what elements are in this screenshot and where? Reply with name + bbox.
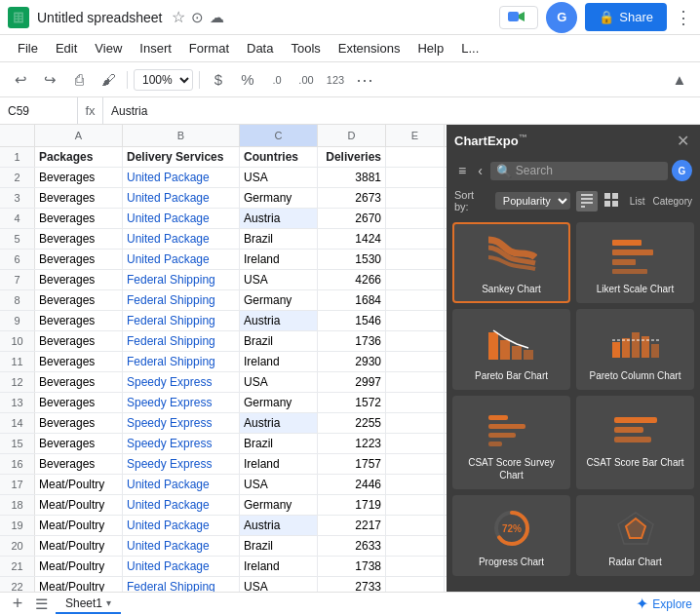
cell-country[interactable]: Ireland (240, 250, 318, 269)
list-view-button[interactable] (576, 191, 598, 211)
table-row[interactable]: 19 Meat/Poultry United Package Austria 2… (0, 516, 447, 536)
cell-delivery[interactable]: Speedy Express (123, 372, 240, 392)
cell-delivery[interactable]: United Package (123, 516, 240, 535)
user-avatar[interactable]: G (546, 2, 577, 33)
cell-delivery[interactable]: United Package (123, 209, 240, 228)
cell-country[interactable]: Brazil (240, 536, 318, 556)
panel-close-button[interactable]: ✕ (673, 131, 692, 150)
cell-country[interactable]: Austria (240, 516, 318, 535)
cell-packages[interactable]: Beverages (35, 413, 123, 433)
table-row[interactable]: 8 Beverages Federal Shipping Germany 168… (0, 290, 447, 311)
print-button[interactable]: ⎙ (66, 67, 92, 93)
cell-delivery[interactable]: United Package (123, 168, 240, 187)
undo-button[interactable]: ↩ (8, 67, 33, 93)
collapse-button[interactable]: ▲ (667, 67, 692, 93)
cell-delivery[interactable]: Federal Shipping (123, 331, 240, 351)
chart-item-sankey[interactable]: Sankey Chart (452, 222, 570, 303)
table-row[interactable]: 9 Beverages Federal Shipping Austria 154… (0, 311, 447, 331)
col-header-c[interactable]: C (240, 125, 318, 146)
chart-item-pareto-col[interactable]: Pareto Column Chart (576, 309, 694, 390)
cell-deliveries[interactable]: 1719 (318, 495, 386, 515)
table-row[interactable]: 1 Packages Delivery Services Countries D… (0, 147, 447, 168)
cell-delivery[interactable]: United Package (123, 188, 240, 208)
cell-delivery[interactable]: United Package (123, 557, 240, 576)
cell-deliveries[interactable]: 1738 (318, 557, 386, 576)
chart-item-likert[interactable]: Likert Scale Chart (576, 222, 694, 303)
cell-deliveries[interactable]: 2673 (318, 188, 386, 208)
menu-extensions[interactable]: Extensions (331, 38, 408, 58)
cell-country[interactable]: USA (240, 270, 318, 289)
cell-deliveries[interactable]: 2733 (318, 577, 386, 592)
sheets-list-button[interactable]: ☰ (35, 596, 48, 613)
cell-delivery[interactable]: United Package (123, 536, 240, 556)
cell-deliveries[interactable]: 2670 (318, 209, 386, 228)
category-view-button[interactable] (601, 191, 622, 211)
col-header-b[interactable]: B (123, 125, 240, 146)
cell-packages[interactable]: Beverages (35, 270, 123, 289)
menu-insert[interactable]: Insert (132, 38, 179, 58)
cell-delivery[interactable]: Federal Shipping (123, 352, 240, 371)
dec-incr-button[interactable]: .00 (293, 67, 319, 93)
cell-delivery[interactable]: Federal Shipping (123, 270, 240, 289)
panel-collapse-icon[interactable]: ‹ (474, 161, 486, 180)
menu-format[interactable]: Format (181, 38, 237, 58)
menu-more[interactable]: L... (453, 38, 486, 58)
sort-select[interactable]: Popularity Name Recent (495, 192, 570, 210)
cell-delivery[interactable]: United Package (123, 475, 240, 494)
cell-packages[interactable]: Beverages (35, 352, 123, 371)
cell-deliveries[interactable]: 1757 (318, 454, 386, 474)
table-row[interactable]: 7 Beverages Federal Shipping USA 4266 (0, 270, 447, 290)
cell-country[interactable]: Austria (240, 311, 318, 330)
cell-deliveries[interactable]: 2255 (318, 413, 386, 433)
table-row[interactable]: 17 Meat/Poultry United Package USA 2446 (0, 475, 447, 495)
cell-country[interactable]: Austria (240, 413, 318, 433)
cell-deliveries[interactable]: 1546 (318, 311, 386, 330)
menu-file[interactable]: File (10, 38, 46, 58)
cell-country[interactable]: Germany (240, 188, 318, 208)
cell-packages[interactable]: Beverages (35, 372, 123, 392)
cell-delivery[interactable]: United Package (123, 229, 240, 249)
cell-deliveries[interactable]: 2633 (318, 536, 386, 556)
cell-deliveries[interactable]: 4266 (318, 270, 386, 289)
cell-country[interactable]: Germany (240, 393, 318, 412)
cell-country[interactable]: Ireland (240, 352, 318, 371)
menu-tools[interactable]: Tools (283, 38, 328, 58)
cell-packages[interactable]: Meat/Poultry (35, 557, 123, 576)
cell-packages[interactable]: Beverages (35, 331, 123, 351)
cell-packages[interactable]: Beverages (35, 434, 123, 453)
cell-deliveries[interactable]: 2217 (318, 516, 386, 535)
cell-country[interactable]: Brazil (240, 331, 318, 351)
percent-button[interactable]: % (235, 67, 260, 93)
cell-delivery[interactable]: Federal Shipping (123, 290, 240, 310)
cell-deliveries[interactable]: 1736 (318, 331, 386, 351)
zoom-select[interactable]: 100% 75% 125% (134, 69, 193, 91)
cell-deliveries[interactable]: Deliveries (318, 147, 386, 167)
table-row[interactable]: 6 Beverages United Package Ireland 1530 (0, 250, 447, 270)
menu-view[interactable]: View (87, 38, 130, 58)
menu-data[interactable]: Data (239, 38, 281, 58)
cell-deliveries[interactable]: 1572 (318, 393, 386, 412)
format-number-button[interactable]: 123 (323, 67, 348, 93)
sheet-tab-sheet1[interactable]: Sheet1 ▾ (56, 595, 121, 614)
more-icon[interactable]: ⋮ (675, 7, 692, 28)
table-row[interactable]: 13 Beverages Speedy Express Germany 1572 (0, 393, 447, 413)
cell-country[interactable]: Germany (240, 290, 318, 310)
cell-packages[interactable]: Meat/Poultry (35, 495, 123, 515)
col-header-a[interactable]: A (35, 125, 123, 146)
cell-deliveries[interactable]: 1684 (318, 290, 386, 310)
history-icon[interactable]: ⊙ (191, 9, 204, 26)
cell-delivery[interactable]: Speedy Express (123, 393, 240, 412)
cell-country[interactable]: Brazil (240, 434, 318, 453)
cell-packages[interactable]: Beverages (35, 311, 123, 330)
redo-button[interactable]: ↪ (37, 67, 62, 93)
cloud-icon[interactable]: ☁ (210, 9, 224, 26)
explore-button[interactable]: ✦ Explore (636, 595, 692, 613)
cell-country[interactable]: USA (240, 168, 318, 187)
cell-delivery[interactable]: Speedy Express (123, 413, 240, 433)
cell-delivery[interactable]: Federal Shipping (123, 311, 240, 330)
cell-country[interactable]: USA (240, 475, 318, 494)
cell-packages[interactable]: Meat/Poultry (35, 475, 123, 494)
cell-packages[interactable]: Meat/Poultry (35, 536, 123, 556)
col-header-e[interactable]: E (386, 125, 445, 146)
menu-help[interactable]: Help (409, 38, 451, 58)
